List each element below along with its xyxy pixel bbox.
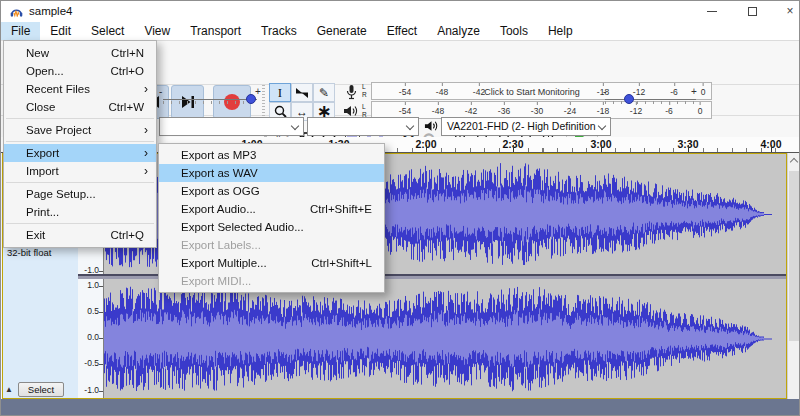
file-menu-item-close[interactable]: CloseCtrl+W [4,98,156,116]
submenu-arrow-icon: › [144,162,148,180]
export-midi-item: Export MIDI... [159,272,384,290]
submenu-arrow-icon: › [144,121,148,139]
play-speed-thumb[interactable] [624,94,634,104]
file-menu-item-save-project[interactable]: Save Project› [4,121,156,139]
track-select-button[interactable]: Select [18,382,64,397]
menu-item-label: New [26,47,49,59]
playback-device-value: VA2201-FHD (2- High Definition [447,120,596,132]
export-as-ogg-item[interactable]: Export as OGG [159,182,384,200]
menu-effect[interactable]: Effect [377,22,427,40]
scale-label: 1.0 [78,280,99,290]
meter-tick-label: -42 [465,106,477,116]
meter-tick-label: -54 [399,87,411,97]
menu-item-label: Page Setup... [26,188,96,200]
menu-item-label: Export MIDI... [181,275,251,287]
file-menu-item-export[interactable]: Export› [4,144,156,162]
scrollbar-thumb[interactable] [789,171,800,341]
menu-edit[interactable]: Edit [40,22,81,40]
file-menu-item-import[interactable]: Import› [4,162,156,180]
select-button-label: Select [28,384,54,395]
export-multiple-item[interactable]: Export Multiple...Ctrl+Shift+L [159,254,384,272]
host-dropdown[interactable] [159,117,304,136]
scale-label: -1.0 [78,385,99,395]
menu-item-label: Export [26,147,59,159]
menu-item-shortcut: Ctrl+Q [110,226,144,244]
export-audio-item[interactable]: Export Audio...Ctrl+Shift+E [159,200,384,218]
speaker-icon [343,104,359,118]
export-as-mp3-item[interactable]: Export as MP3 [159,146,384,164]
file-menu: NewCtrl+N Open...Ctrl+O Recent Files› Cl… [3,40,157,248]
file-menu-item-open[interactable]: Open...Ctrl+O [4,62,156,80]
meter-tick-label: -6 [670,87,678,97]
playback-device-dropdown[interactable]: VA2201-FHD (2- High Definition [441,117,611,136]
meter-tick-label: -6 [665,106,673,116]
maximize-button[interactable] [735,1,769,22]
meter-tick-label: -48 [432,106,444,116]
file-menu-item-new[interactable]: NewCtrl+N [4,44,156,62]
menu-tracks[interactable]: Tracks [251,22,307,40]
file-menu-item-exit[interactable]: ExitCtrl+Q [4,226,156,244]
export-submenu: Export as MP3 Export as WAV Export as OG… [158,143,385,293]
maximize-icon [748,7,757,16]
audacity-logo-icon [9,4,24,19]
playback-volume-slider[interactable] [163,99,257,100]
collapse-track-icon[interactable]: ▲ [5,385,13,394]
menu-item-shortcut: Ctrl+N [111,44,144,62]
recording-meter-right-label: R [362,91,367,99]
meter-tick-label: -12 [633,87,645,97]
menu-generate[interactable]: Generate [307,22,377,40]
title-bar: sample4 × [1,1,799,22]
menu-file[interactable]: File [1,22,40,40]
menu-item-shortcut: Ctrl+Shift+E [310,200,372,218]
file-menu-item-page-setup[interactable]: Page Setup... [4,185,156,203]
recording-meter[interactable]: -54 -48 -42 Click to Start Monitoring -1… [371,82,712,100]
menu-separator [6,118,154,119]
menu-select[interactable]: Select [81,22,134,40]
menu-item-label: Export Labels... [181,239,261,251]
minimize-button[interactable] [695,1,729,22]
vertical-scrollbar[interactable] [787,153,800,399]
menu-item-label: Recent Files [26,83,90,95]
menu-view[interactable]: View [134,22,180,40]
playback-device-icon [424,119,439,133]
playback-meter-left-label: L [362,103,366,111]
file-menu-item-print[interactable]: Print... [4,203,156,221]
menu-bar: File Edit Select View Transport Tracks G… [1,22,799,40]
menu-item-label: Export as MP3 [181,149,256,161]
waveform-right-channel[interactable] [104,279,786,398]
menu-item-label: Open... [26,65,64,77]
file-menu-item-recent-files[interactable]: Recent Files› [4,80,156,98]
pencil-icon: ✎ [319,86,329,100]
meter-tick-label: -36 [498,106,510,116]
menu-item-label: Save Project [26,124,91,136]
menu-item-label: Print... [26,206,59,218]
menu-item-label: Exit [26,229,45,241]
chevron-down-icon [406,122,414,130]
recording-meter-left-label: L [362,83,366,91]
export-selected-audio-item[interactable]: Export Selected Audio... [159,218,384,236]
menu-tools[interactable]: Tools [490,22,538,40]
selection-tool-button[interactable]: I [269,83,291,102]
menu-item-shortcut: Ctrl+Shift+L [311,254,372,272]
recording-channels-dropdown[interactable] [307,117,419,136]
close-button[interactable]: × [773,1,800,22]
close-icon: × [786,4,793,18]
monitor-message[interactable]: Click to Start Monitoring [484,87,580,97]
meter-tick-label: -30 [531,106,543,116]
scale-label: -0.5 [78,358,99,368]
microphone-icon [345,84,358,100]
menu-analyze[interactable]: Analyze [427,22,490,40]
export-as-wav-item[interactable]: Export as WAV [159,164,384,182]
menu-item-shortcut: Ctrl+O [110,62,144,80]
menu-help[interactable]: Help [538,22,583,40]
menu-item-label: Export Audio... [181,203,256,215]
draw-tool-button[interactable]: ✎ [313,83,335,102]
menu-transport[interactable]: Transport [180,22,251,40]
menu-item-label: Export Selected Audio... [181,221,304,233]
meter-tick-label: -12 [630,106,642,116]
window-title: sample4 [29,5,72,17]
scroll-up-icon [790,158,798,166]
play-speed-slider[interactable] [605,99,696,100]
mixer-minus-label: - [159,86,162,97]
envelope-tool-button[interactable] [291,83,313,102]
